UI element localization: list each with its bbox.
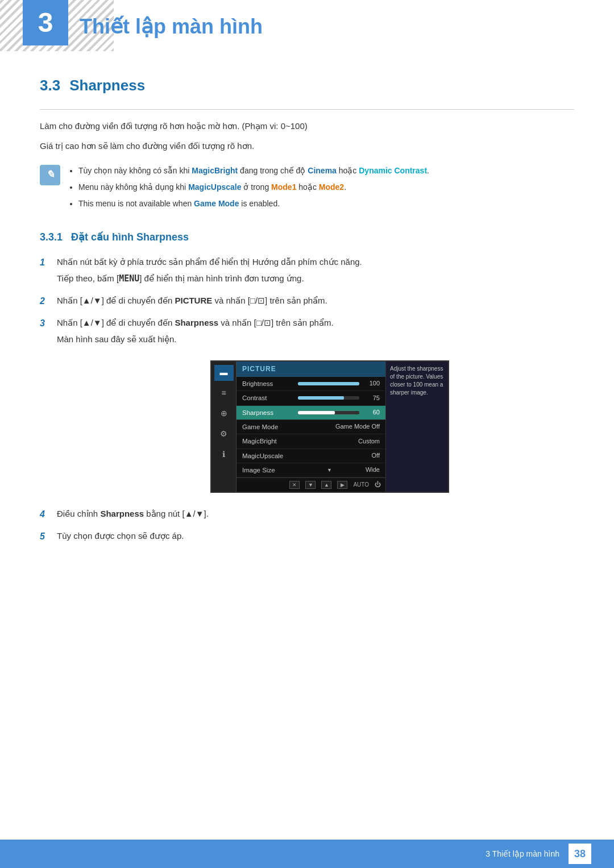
row-magicupscale-value: Off bbox=[372, 451, 380, 461]
note-magicbright: MagicBright bbox=[192, 166, 238, 175]
section-heading: 3.3Sharpness bbox=[40, 74, 574, 98]
desc1: Làm cho đường viền đối tượng rõ hơn hoặc… bbox=[40, 119, 574, 134]
subsection-number: 3.3.1 bbox=[40, 231, 63, 243]
osd-sidebar-item-3: ⊕ bbox=[214, 406, 234, 422]
row-contrast-value: 75 bbox=[364, 393, 380, 404]
step-5-content: Tùy chọn được chọn sẽ được áp. bbox=[57, 529, 574, 543]
osd-row-magicupscale: MagicUpscale Off bbox=[237, 449, 385, 463]
picture-label: PICTURE bbox=[175, 296, 212, 305]
row-brightness-bar bbox=[298, 382, 359, 385]
step-1-content: Nhấn nút bất kỳ ở phía trước sản phẩm để… bbox=[57, 255, 574, 286]
osd-info-icon: ℹ bbox=[222, 448, 225, 460]
row-sharpness-fill bbox=[298, 411, 335, 414]
subsection-title: Đặt cấu hình Sharpness bbox=[71, 231, 189, 243]
step-3-content: Nhấn [▲/▼] để di chuyển đến Sharpness và… bbox=[57, 315, 574, 347]
note-game-mode: Game Mode bbox=[194, 199, 239, 208]
osd-gear-icon: ⚙ bbox=[220, 427, 227, 440]
desc2: Giá trị cao hơn sẽ làm cho đường viền đố… bbox=[40, 139, 574, 153]
step-3: 3 Nhấn [▲/▼] để di chuyển đến Sharpness … bbox=[40, 315, 574, 347]
osd-btn-x: ✕ bbox=[289, 481, 300, 489]
step-4-content: Điều chỉnh Sharpness bằng nút [▲/▼]. bbox=[57, 506, 574, 521]
header-band: 3 Thiết lập màn hình bbox=[0, 0, 614, 51]
step-1-num: 1 bbox=[40, 255, 52, 270]
osd-row-gamemode: Game Mode Game Mode Off bbox=[237, 420, 385, 434]
osd-sidebar-item-1: ▬ bbox=[214, 365, 234, 381]
note-mode1: Mode1 bbox=[271, 182, 296, 192]
note-box: ✎ Tùy chọn này không có sẵn khi MagicBri… bbox=[40, 164, 574, 214]
row-contrast-bar bbox=[298, 396, 359, 400]
note-item-1: Tùy chọn này không có sẵn khi MagicBrigh… bbox=[78, 164, 429, 178]
osd-btn-up: ▲ bbox=[321, 481, 331, 489]
step-1-sub: Tiếp theo, bấm [MENU] để hiển thị màn hì… bbox=[57, 271, 574, 286]
osd-power-icon: ⏻ bbox=[375, 480, 381, 490]
monitor-container: ▬ ≡ ⊕ ⚙ ℹ PICTURE bbox=[85, 360, 574, 493]
row-sharpness-label: Sharpness bbox=[242, 408, 293, 418]
osd-auto-label: AUTO bbox=[353, 480, 369, 489]
sharpness-label: Sharpness bbox=[175, 318, 218, 327]
osd-display: ▬ ≡ ⊕ ⚙ ℹ PICTURE bbox=[210, 360, 449, 493]
row-imagesize-value: Wide bbox=[366, 465, 380, 475]
osd-btn-down: ▼ bbox=[305, 481, 316, 489]
note-item-3: This menu is not available when Game Mod… bbox=[78, 197, 429, 211]
row-magicupscale-label: MagicUpscale bbox=[242, 451, 293, 461]
step-2: 2 Nhấn [▲/▼] để di chuyển đến PICTURE và… bbox=[40, 293, 574, 309]
osd-row-brightness: Brightness 100 bbox=[237, 377, 385, 391]
row-magicbright-label: MagicBright bbox=[242, 436, 293, 446]
osd-menu-icon: ≡ bbox=[221, 387, 226, 399]
osd-row-sharpness: Sharpness 60 bbox=[237, 406, 385, 420]
note-cinema: Cinema bbox=[308, 166, 337, 175]
subsection-heading: 3.3.1 Đặt cấu hình Sharpness bbox=[40, 229, 574, 246]
note-mode2: Mode2 bbox=[319, 182, 344, 192]
osd-menu-header: PICTURE bbox=[237, 362, 385, 377]
osd-sidebar: ▬ ≡ ⊕ ⚙ ℹ bbox=[211, 362, 237, 492]
main-content: 3.3Sharpness Làm cho đường viền đối tượn… bbox=[0, 63, 614, 596]
note-magicupscale: MagicUpscale bbox=[188, 182, 241, 192]
step-1-main: Nhấn nút bất kỳ ở phía trước sản phẩm để… bbox=[57, 257, 362, 267]
osd-bottom-bar: ✕ ▼ ▲ ▶ AUTO ⏻ bbox=[237, 477, 385, 492]
row-contrast-fill bbox=[298, 396, 344, 400]
section-number: 3.3 bbox=[40, 77, 60, 94]
row-brightness-value: 100 bbox=[364, 379, 380, 389]
section-title: Sharpness bbox=[69, 77, 145, 94]
row-imagesize-label: Image Size bbox=[242, 465, 293, 475]
step-1: 1 Nhấn nút bất kỳ ở phía trước sản phẩm … bbox=[40, 255, 574, 286]
osd-sidebar-item-5: ℹ bbox=[214, 447, 234, 463]
row-brightness-fill bbox=[298, 382, 359, 385]
step-2-content: Nhấn [▲/▼] để di chuyển đến PICTURE và n… bbox=[57, 293, 574, 308]
osd-tooltip: Adjust the sharpness of the picture. Val… bbox=[385, 362, 448, 492]
osd-row-imagesize: Image Size ▼ Wide bbox=[237, 463, 385, 477]
step4-sharpness: Sharpness bbox=[100, 509, 144, 518]
osd-btn-enter: ▶ bbox=[337, 481, 347, 489]
osd-row-magicbright: MagicBright Custom bbox=[237, 434, 385, 448]
row-gamemode-value: Game Mode Off bbox=[335, 422, 380, 432]
note-icon: ✎ bbox=[40, 165, 60, 185]
footer-text: 3 Thiết lập màn hình bbox=[486, 848, 559, 860]
osd-target-icon: ⊕ bbox=[221, 407, 227, 420]
note-dynamic-contrast: Dynamic Contrast bbox=[359, 166, 427, 175]
step-4-num: 4 bbox=[40, 506, 52, 522]
section-divider bbox=[40, 109, 574, 110]
header-title: Thiết lập màn hình bbox=[80, 10, 263, 43]
row-magicbright-value: Custom bbox=[358, 437, 380, 447]
row-sharpness-value: 60 bbox=[364, 408, 380, 418]
osd-row-contrast: Contrast 75 bbox=[237, 391, 385, 405]
footer-page-number: 38 bbox=[569, 844, 591, 864]
page-footer: 3 Thiết lập màn hình 38 bbox=[0, 840, 614, 868]
note-icon-symbol: ✎ bbox=[46, 167, 55, 183]
osd-menu: PICTURE Brightness 100 Contrast bbox=[237, 362, 385, 478]
row-contrast-label: Contrast bbox=[242, 393, 293, 403]
note-list: Tùy chọn này không có sẵn khi MagicBrigh… bbox=[68, 164, 429, 214]
row-brightness-label: Brightness bbox=[242, 379, 293, 389]
osd-monitor-icon: ▬ bbox=[220, 366, 228, 379]
osd-sidebar-item-4: ⚙ bbox=[214, 426, 234, 442]
chapter-box: 3 bbox=[23, 0, 68, 45]
step-3-sub: Màn hình sau đây sẽ xuất hiện. bbox=[57, 332, 574, 347]
step-5: 5 Tùy chọn được chọn sẽ được áp. bbox=[40, 529, 574, 544]
osd-menu-area: PICTURE Brightness 100 Contrast bbox=[237, 362, 385, 492]
step-5-num: 5 bbox=[40, 529, 52, 544]
row-sharpness-bar bbox=[298, 411, 359, 414]
row-imagesize-arrow: ▼ bbox=[327, 466, 332, 474]
step-3-num: 3 bbox=[40, 315, 52, 331]
chapter-number: 3 bbox=[38, 1, 53, 45]
note-item-2: Menu này không khả dụng khi MagicUpscale… bbox=[78, 180, 429, 194]
